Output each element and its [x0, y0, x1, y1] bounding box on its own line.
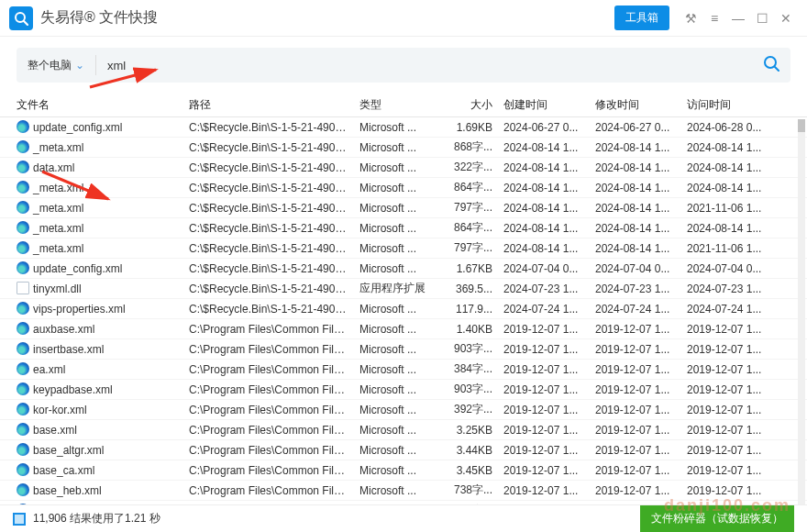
file-ctime: 2019-12-07 1...: [498, 484, 590, 497]
file-type: Microsoft ...: [354, 424, 432, 437]
file-ctime: 2024-07-23 1...: [498, 283, 590, 295]
maximize-icon[interactable]: ☐: [752, 8, 772, 28]
table-row[interactable]: kor-kor.xmlC:\Program Files\Common File.…: [0, 400, 807, 420]
settings-icon[interactable]: ⚒: [680, 8, 701, 28]
file-ctime: 2019-12-07 1...: [498, 383, 590, 396]
table-row[interactable]: _meta.xmlC:\$Recycle.Bin\S-1-5-21-4909..…: [0, 198, 807, 218]
table-row[interactable]: tinyxml.dllC:\$Recycle.Bin\S-1-5-21-4909…: [0, 279, 807, 299]
file-size: 1.69KB: [432, 121, 498, 134]
edge-icon: [17, 322, 29, 335]
file-mtime: 2024-08-14 1...: [590, 202, 681, 215]
search-icon[interactable]: [763, 55, 779, 76]
col-ctime[interactable]: 创建时间: [498, 97, 590, 113]
file-name: vips-properties.xml: [33, 303, 126, 316]
svg-line-3: [775, 67, 779, 71]
col-type[interactable]: 类型: [354, 97, 432, 113]
file-size: 797字...: [432, 240, 498, 256]
table-row[interactable]: base.xmlC:\Program Files\Common File...M…: [0, 420, 807, 440]
table-row[interactable]: _meta.xmlC:\$Recycle.Bin\S-1-5-21-4909..…: [0, 218, 807, 238]
file-size: 1.67KB: [432, 262, 498, 275]
table-row[interactable]: ea.xmlC:\Program Files\Common File...Mic…: [0, 360, 807, 380]
file-atime: 2024-08-14 1...: [681, 141, 773, 154]
table-row[interactable]: _meta.xmlC:\$Recycle.Bin\S-1-5-21-4909..…: [0, 138, 807, 158]
results-table: 文件名 路径 类型 大小 创建时间 修改时间 访问时间 update_confi…: [0, 94, 807, 515]
table-row[interactable]: keypadbase.xmlC:\Program Files\Common Fi…: [0, 380, 807, 400]
file-path: C:\Program Files\Common File...: [183, 464, 354, 477]
file-ctime: 2024-08-14 1...: [498, 202, 590, 215]
col-path[interactable]: 路径: [183, 97, 354, 113]
file-size: 738字...: [432, 482, 498, 498]
file-path: C:\Program Files\Common File...: [183, 383, 354, 396]
scrollbar[interactable]: [798, 119, 805, 504]
table-row[interactable]: base_heb.xmlC:\Program Files\Common File…: [0, 481, 807, 501]
file-mtime: 2024-08-14 1...: [590, 242, 681, 255]
file-atime: 2019-12-07 1...: [681, 363, 773, 376]
file-path: C:\$Recycle.Bin\S-1-5-21-4909...: [183, 141, 354, 154]
file-ctime: 2024-08-14 1...: [498, 141, 590, 154]
file-path: C:\$Recycle.Bin\S-1-5-21-4909...: [183, 161, 354, 174]
file-name: tinyxml.dll: [33, 283, 82, 295]
edge-icon: [17, 382, 29, 395]
file-atime: 2019-12-07 1...: [681, 343, 773, 356]
table-row[interactable]: auxbase.xmlC:\Program Files\Common File.…: [0, 319, 807, 339]
file-path: C:\$Recycle.Bin\S-1-5-21-4909...: [183, 121, 354, 134]
file-path: C:\Program Files\Common File...: [183, 404, 354, 416]
table-row[interactable]: _meta.xmlC:\$Recycle.Bin\S-1-5-21-4909..…: [0, 238, 807, 259]
edge-icon: [17, 483, 29, 496]
table-row[interactable]: _meta.xmlC:\$Recycle.Bin\S-1-5-21-4909..…: [0, 178, 807, 198]
scrollbar-thumb[interactable]: [798, 119, 805, 132]
edge-icon: [17, 120, 29, 133]
edge-icon: [17, 261, 29, 274]
file-path: C:\Program Files\Common File...: [183, 424, 354, 437]
file-mtime: 2019-12-07 1...: [590, 464, 681, 477]
file-mtime: 2019-12-07 1...: [590, 363, 681, 376]
toolbox-button[interactable]: 工具箱: [614, 6, 669, 30]
file-name: base_altgr.xml: [33, 444, 104, 457]
file-path: C:\$Recycle.Bin\S-1-5-21-4909...: [183, 202, 354, 215]
edge-icon: [17, 201, 29, 214]
file-atime: 2024-07-04 0...: [681, 262, 773, 275]
file-type: Microsoft ...: [354, 262, 432, 275]
col-atime[interactable]: 访问时间: [681, 97, 773, 113]
file-ctime: 2019-12-07 1...: [498, 464, 590, 477]
table-row[interactable]: base_ca.xmlC:\Program Files\Common File.…: [0, 460, 807, 481]
recover-button[interactable]: 文件粉碎器（试数据恢复）: [640, 505, 794, 532]
file-atime: 2019-12-07 1...: [681, 444, 773, 457]
file-atime: 2024-06-28 0...: [681, 121, 773, 134]
file-name: keypadbase.xml: [33, 383, 113, 396]
table-row[interactable]: data.xmlC:\$Recycle.Bin\S-1-5-21-4909...…: [0, 158, 807, 178]
file-path: C:\Program Files\Common File...: [183, 343, 354, 356]
file-ctime: 2019-12-07 1...: [498, 444, 590, 457]
file-type: Microsoft ...: [354, 444, 432, 457]
app-logo-icon: [9, 6, 33, 30]
file-type: Microsoft ...: [354, 383, 432, 396]
file-mtime: 2019-12-07 1...: [590, 424, 681, 437]
file-type: Microsoft ...: [354, 121, 432, 134]
select-all-checkbox[interactable]: [13, 513, 26, 526]
file-atime: 2024-08-14 1...: [681, 182, 773, 194]
app-title: 失易得® 文件快搜: [40, 8, 614, 28]
search-input[interactable]: [107, 59, 763, 72]
table-row[interactable]: insertbase.xmlC:\Program Files\Common Fi…: [0, 339, 807, 360]
minimize-icon[interactable]: —: [728, 8, 748, 28]
file-path: C:\$Recycle.Bin\S-1-5-21-4909...: [183, 182, 354, 194]
table-row[interactable]: base_altgr.xmlC:\Program Files\Common Fi…: [0, 440, 807, 460]
file-path: C:\Program Files\Common File...: [183, 444, 354, 457]
file-name: _meta.xml: [33, 222, 83, 235]
table-row[interactable]: vips-properties.xmlC:\$Recycle.Bin\S-1-5…: [0, 299, 807, 319]
scope-label: 整个电脑: [28, 58, 72, 73]
col-mtime[interactable]: 修改时间: [590, 97, 681, 113]
close-icon[interactable]: ✕: [776, 8, 796, 28]
file-atime: 2021-11-06 1...: [681, 202, 773, 215]
file-ctime: 2019-12-07 1...: [498, 363, 590, 376]
file-mtime: 2019-12-07 1...: [590, 343, 681, 356]
table-row[interactable]: update_config.xmlC:\$Recycle.Bin\S-1-5-2…: [0, 117, 807, 138]
menu-icon[interactable]: ≡: [704, 8, 724, 28]
col-name[interactable]: 文件名: [0, 97, 183, 113]
svg-line-1: [24, 21, 28, 25]
scope-selector[interactable]: 整个电脑 ⌄: [28, 55, 96, 75]
file-size: 864字...: [432, 180, 498, 195]
search-box: 整个电脑 ⌄: [17, 48, 790, 83]
table-row[interactable]: update_config.xmlC:\$Recycle.Bin\S-1-5-2…: [0, 259, 807, 279]
col-size[interactable]: 大小: [432, 97, 498, 113]
